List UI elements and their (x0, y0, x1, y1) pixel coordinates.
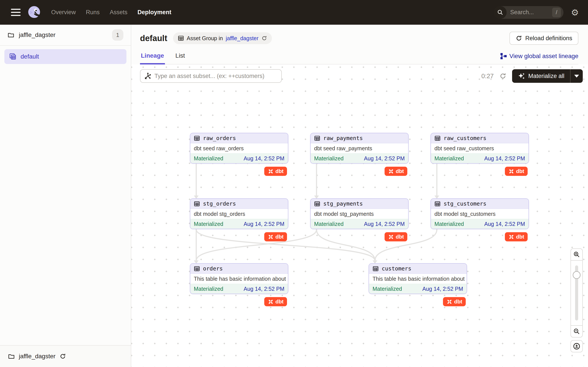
asset-name: stg_orders (203, 200, 236, 207)
table-icon (314, 201, 320, 207)
table-icon (314, 135, 320, 141)
materialization-timestamp[interactable]: Aug 14, 2:52 PM (244, 221, 284, 227)
sparkle-icon (518, 72, 525, 80)
table-icon (434, 135, 441, 141)
dbt-badge-label: dbt (275, 299, 284, 305)
asset-name: raw_orders (203, 135, 236, 141)
asset-node-footer: MaterializedAug 14, 2:52 PM (190, 284, 288, 294)
lineage-canvas[interactable]: 0:27 Materialize a (131, 65, 588, 367)
asset-node-raw_orders[interactable]: raw_ordersdbt seed raw_ordersMaterialize… (190, 133, 288, 164)
nav-item-overview[interactable]: Overview (51, 9, 76, 16)
hamburger-menu-icon[interactable] (11, 9, 21, 16)
search-input[interactable]: Search... / (494, 6, 563, 19)
tab-lineage[interactable]: Lineage (140, 52, 165, 64)
materialization-timestamp[interactable]: Aug 14, 2:52 PM (484, 221, 525, 227)
dbt-logo-icon (388, 234, 394, 240)
asset-node-orders[interactable]: ordersThis table has basic information a… (190, 263, 288, 294)
asset-node-footer: MaterializedAug 14, 2:52 PM (431, 219, 528, 229)
materialization-timestamp[interactable]: Aug 14, 2:52 PM (244, 155, 284, 162)
materialization-timestamp[interactable]: Aug 14, 2:52 PM (364, 221, 405, 227)
main-panel: default Asset Group in jaffle_dagster (131, 25, 588, 367)
materialize-all-button[interactable]: Materialize all (512, 69, 583, 83)
refresh-icon[interactable] (261, 35, 267, 41)
asset-node-stg_customers[interactable]: stg_customersdbt model stg_customersMate… (431, 198, 529, 229)
asset-node-header[interactable]: raw_orders (190, 133, 288, 143)
download-image-button[interactable] (571, 340, 583, 352)
dbt-badge-label: dbt (275, 234, 284, 240)
dbt-badge[interactable]: dbt (505, 167, 528, 176)
page-title: default (140, 34, 167, 43)
refresh-icon[interactable] (60, 353, 66, 359)
nav-items: Overview Runs Assets Deployment (51, 9, 171, 16)
dbt-badge[interactable]: dbt (264, 297, 287, 306)
zoom-in-button[interactable] (571, 248, 583, 261)
context-link-jaffle-dagster[interactable]: jaffle_dagster (226, 35, 259, 42)
materialization-timestamp[interactable]: Aug 14, 2:52 PM (244, 286, 284, 292)
asset-node-customers[interactable]: customersThis table has basic informatio… (369, 263, 467, 294)
asset-node-header[interactable]: stg_payments (311, 199, 408, 209)
zoom-out-button[interactable] (571, 325, 583, 337)
asset-node-header[interactable]: stg_orders (190, 199, 288, 209)
dbt-badge[interactable]: dbt (443, 297, 466, 306)
dagster-app: Overview Runs Assets Deployment Search..… (0, 0, 588, 367)
gear-icon[interactable]: ⚙ (571, 8, 579, 17)
download-icon (573, 342, 580, 350)
asset-name: raw_payments (323, 135, 363, 141)
dbt-badge-label: dbt (454, 299, 462, 305)
refresh-icon[interactable] (499, 73, 506, 80)
asset-subset-input[interactable] (155, 73, 277, 80)
asset-node-header[interactable]: raw_customers (431, 133, 528, 143)
asset-node-footer: MaterializedAug 14, 2:52 PM (431, 153, 528, 163)
asset-group-count-badge: 1 (112, 29, 123, 41)
status-badge: Materialized (314, 155, 344, 162)
materialization-timestamp[interactable]: Aug 14, 2:52 PM (484, 155, 525, 162)
dagster-logo[interactable] (27, 5, 42, 20)
dbt-badge[interactable]: dbt (505, 232, 528, 241)
status-badge: Materialized (194, 155, 223, 162)
materialization-timestamp[interactable]: Aug 14, 2:52 PM (422, 286, 463, 292)
asset-name: stg_payments (323, 200, 363, 207)
materialize-dropdown-button[interactable] (570, 69, 583, 83)
nav-item-runs[interactable]: Runs (86, 9, 100, 16)
context-prefix: Asset Group in (187, 35, 223, 42)
asset-node-header[interactable]: raw_payments (311, 133, 408, 143)
zoom-slider[interactable] (571, 261, 583, 325)
tab-list[interactable]: List (174, 52, 186, 64)
zoom-out-icon (573, 328, 580, 335)
asset-node-header[interactable]: customers (369, 264, 467, 274)
view-global-asset-lineage-link[interactable]: View global asset lineage (500, 53, 578, 64)
nav-item-assets[interactable]: Assets (110, 9, 128, 16)
asset-node-raw_payments[interactable]: raw_paymentsdbt seed raw_paymentsMateria… (310, 133, 409, 164)
sidebar-item-jaffle-dagster[interactable]: jaffle_dagster 1 (0, 25, 131, 46)
dbt-badge-label: dbt (516, 168, 524, 174)
asset-description: dbt model stg_payments (311, 209, 408, 219)
reload-icon (516, 35, 522, 42)
zoom-controls (571, 248, 583, 352)
status-badge: Materialized (434, 155, 464, 162)
asset-node-header[interactable]: orders (190, 264, 288, 274)
asset-node-stg_payments[interactable]: stg_paymentsdbt model stg_paymentsMateri… (310, 198, 409, 229)
dbt-badge[interactable]: dbt (264, 232, 287, 241)
reload-definitions-button[interactable]: Reload definitions (510, 32, 578, 45)
asset-subset-filter[interactable] (140, 69, 282, 83)
dbt-logo-icon (268, 234, 274, 240)
dbt-badge[interactable]: dbt (264, 167, 287, 176)
asset-node-stg_orders[interactable]: stg_ordersdbt model stg_ordersMaterializ… (190, 198, 288, 229)
sidebar-footer-label: jaffle_dagster (19, 353, 56, 360)
dbt-badge-label: dbt (275, 168, 284, 174)
zoom-slider-handle[interactable] (573, 271, 580, 279)
lineage-graph-icon (500, 53, 507, 59)
search-shortcut-badge: / (552, 8, 561, 17)
materialization-timestamp[interactable]: Aug 14, 2:52 PM (364, 155, 405, 162)
sidebar-item-default[interactable]: default (4, 49, 126, 64)
asset-node-footer: MaterializedAug 14, 2:52 PM (369, 284, 467, 294)
dbt-badge[interactable]: dbt (385, 232, 407, 241)
asset-node-header[interactable]: stg_customers (431, 199, 528, 209)
nav-item-deployment[interactable]: Deployment (138, 9, 172, 16)
dbt-badge[interactable]: dbt (385, 167, 407, 176)
status-badge: Materialized (314, 221, 344, 227)
asset-description: This table has basic information about .… (190, 274, 288, 284)
dbt-badge-label: dbt (516, 234, 524, 240)
asset-node-raw_customers[interactable]: raw_customersdbt seed raw_customersMater… (431, 133, 529, 164)
table-icon (194, 201, 200, 207)
